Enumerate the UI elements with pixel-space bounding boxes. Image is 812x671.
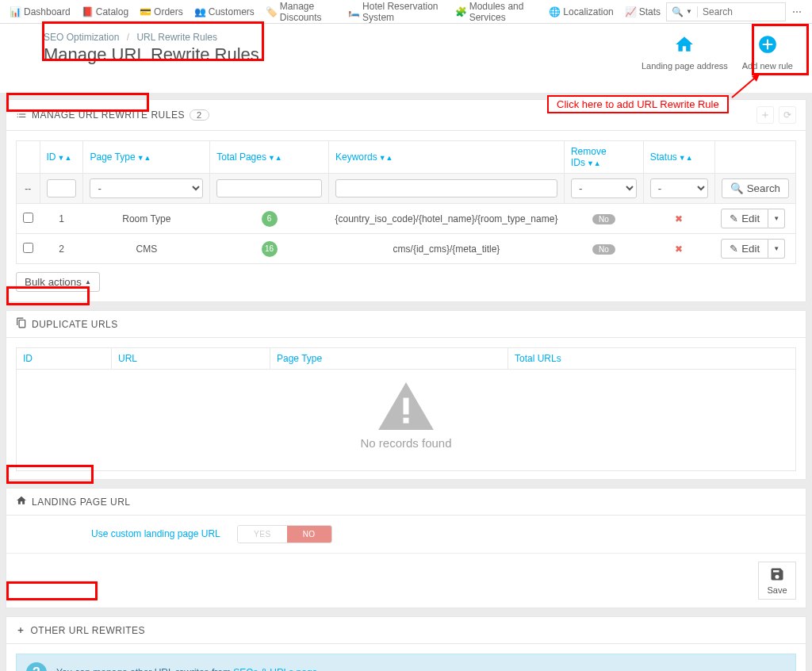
- nav-modules[interactable]: 🧩Modules and Services: [450, 0, 544, 23]
- nav-catalog[interactable]: 📕Catalog: [76, 0, 134, 23]
- bulk-actions-button[interactable]: Bulk actions ▲: [16, 272, 100, 292]
- annotation-callout: Click here to add URL Rewrite Rule: [547, 95, 729, 113]
- edit-button[interactable]: ✎Edit: [721, 239, 768, 259]
- home-icon: [16, 495, 27, 508]
- users-icon: 👥: [194, 6, 206, 17]
- col-page-type[interactable]: Page Type: [90, 151, 135, 163]
- custom-landing-label: Use custom landing page URL: [91, 528, 235, 539]
- table-row[interactable]: 2 CMS 16 cms/{id_cms}/{meta_title} No ✖ …: [17, 234, 796, 264]
- bed-icon: 🛏️: [348, 6, 360, 17]
- filter-keywords[interactable]: [335, 179, 557, 197]
- pages-badge: 16: [262, 241, 278, 257]
- edit-dropdown[interactable]: ▼: [768, 239, 785, 259]
- status-disabled-icon[interactable]: ✖: [675, 213, 683, 224]
- search-icon: 🔍: [672, 6, 684, 17]
- add-new-rule-button[interactable]: Add new rule: [739, 32, 796, 73]
- remove-ids-badge: No: [592, 214, 615, 224]
- dup-col-page-type[interactable]: Page Type: [277, 353, 322, 364]
- nav-dashboard[interactable]: 📊Dashboard: [4, 0, 76, 23]
- cell-id: 1: [40, 204, 83, 234]
- landing-page-address-button[interactable]: Landing page address: [638, 32, 731, 73]
- search-icon: 🔍: [730, 182, 744, 194]
- toggle-no[interactable]: NO: [287, 526, 331, 543]
- dashboard-icon: 📊: [10, 6, 21, 17]
- nav-discounts[interactable]: 🏷️Manage Discounts: [260, 0, 343, 23]
- caret-down-icon: ▼: [773, 245, 779, 252]
- puzzle-icon: 🧩: [455, 6, 467, 17]
- duplicate-urls-table: ID URL Page Type Total URLs No records f…: [16, 347, 796, 471]
- dup-col-url[interactable]: URL: [118, 353, 137, 364]
- sort-icon[interactable]: ▼▲: [587, 159, 601, 167]
- cell-keywords: {country_iso_code}/{hotel_name}/{room_ty…: [329, 204, 565, 234]
- row-checkbox[interactable]: [23, 213, 33, 223]
- breadcrumb-current: URL Rewrite Rules: [136, 32, 217, 43]
- search-scope-dropdown[interactable]: 🔍▼: [667, 6, 698, 17]
- pencil-icon: ✎: [730, 213, 738, 224]
- seos-urls-link[interactable]: SEOs & URLs page.: [233, 667, 320, 671]
- col-total-pages[interactable]: Total Pages: [216, 151, 266, 163]
- sort-icon[interactable]: ▼▲: [679, 154, 693, 162]
- filter-id[interactable]: [47, 179, 77, 197]
- dup-col-total[interactable]: Total URLs: [515, 353, 561, 364]
- ellipsis-icon: ⋯: [792, 6, 802, 17]
- more-menu[interactable]: ⋯: [786, 6, 808, 17]
- nav-hotel[interactable]: 🛏️Hotel Reservation System: [343, 0, 450, 23]
- bar-chart-icon: 📈: [625, 6, 637, 17]
- panel-add-button[interactable]: ＋: [756, 106, 774, 124]
- rules-count-badge: 2: [190, 109, 209, 121]
- search-group: 🔍▼: [666, 2, 786, 21]
- nav-localization[interactable]: 🌐Localization: [543, 0, 619, 23]
- page-title: Manage URL Rewrite Rules: [44, 44, 259, 65]
- globe-icon: 🌐: [549, 6, 561, 17]
- sort-icon[interactable]: ▼▲: [58, 154, 72, 162]
- caret-down-icon: ▼: [686, 8, 692, 15]
- nav-orders[interactable]: 💳Orders: [134, 0, 189, 23]
- save-button[interactable]: Save: [758, 562, 796, 600]
- panel-refresh-button[interactable]: ⟳: [779, 106, 796, 124]
- edit-button[interactable]: ✎Edit: [721, 209, 768, 228]
- save-icon: [769, 566, 785, 584]
- breadcrumb-parent[interactable]: SEO Optimization: [44, 32, 119, 43]
- search-button[interactable]: 🔍Search: [722, 178, 789, 198]
- page-header: SEO Optimization / URL Rewrite Rules Man…: [0, 24, 812, 94]
- panel-rewrite-rules: Manage URL Rewrite Rules 2 ＋ ⟳ ID▼▲ Page…: [6, 99, 806, 302]
- toggle-yes[interactable]: YES: [238, 526, 287, 543]
- nav-stats[interactable]: 📈Stats: [619, 0, 666, 23]
- cell-id: 2: [40, 234, 83, 264]
- caret-down-icon: ▼: [773, 215, 779, 222]
- filter-total-pages[interactable]: [216, 179, 322, 197]
- col-status[interactable]: Status: [650, 151, 677, 163]
- table-row[interactable]: 1 Room Type 6 {country_iso_code}/{hotel_…: [17, 204, 796, 234]
- panel-other-heading: ＋ Other URL Rewrites: [6, 617, 806, 644]
- sort-icon[interactable]: ▼▲: [268, 154, 282, 162]
- nav-customers[interactable]: 👥Customers: [189, 0, 260, 23]
- cell-page-type: CMS: [83, 234, 210, 264]
- cell-page-type: Room Type: [83, 204, 210, 234]
- sort-icon[interactable]: ▼▲: [137, 154, 151, 162]
- panel-landing-heading: Landing page URL: [6, 489, 806, 516]
- edit-dropdown[interactable]: ▼: [768, 209, 785, 228]
- filter-status[interactable]: -: [650, 178, 708, 198]
- plus-icon: ＋: [16, 623, 26, 637]
- sort-icon[interactable]: ▼▲: [379, 154, 393, 162]
- col-id[interactable]: ID: [47, 151, 56, 163]
- book-icon: 📕: [82, 6, 94, 17]
- remove-ids-badge: No: [592, 244, 615, 255]
- annotation-arrow: [728, 70, 768, 102]
- cell-keywords: cms/{id_cms}/{meta_title}: [329, 234, 565, 264]
- list-icon: [16, 109, 27, 122]
- pages-badge: 6: [262, 211, 278, 227]
- col-keywords[interactable]: Keywords: [335, 151, 377, 163]
- filter-remove-ids[interactable]: -: [571, 178, 637, 198]
- row-checkbox[interactable]: [23, 243, 33, 253]
- status-disabled-icon[interactable]: ✖: [675, 243, 683, 255]
- home-icon: [674, 34, 695, 59]
- tags-icon: 🏷️: [266, 6, 278, 17]
- plus-circle-icon: [757, 34, 778, 59]
- custom-landing-toggle[interactable]: YES NO: [237, 525, 332, 543]
- search-input[interactable]: [698, 3, 785, 21]
- panel-landing-page-url: Landing page URL Use custom landing page…: [6, 488, 806, 608]
- rules-table: ID▼▲ Page Type▼▲ Total Pages▼▲ Keywords▼…: [16, 140, 796, 264]
- dup-col-id[interactable]: ID: [23, 353, 33, 364]
- filter-page-type[interactable]: -: [90, 178, 203, 198]
